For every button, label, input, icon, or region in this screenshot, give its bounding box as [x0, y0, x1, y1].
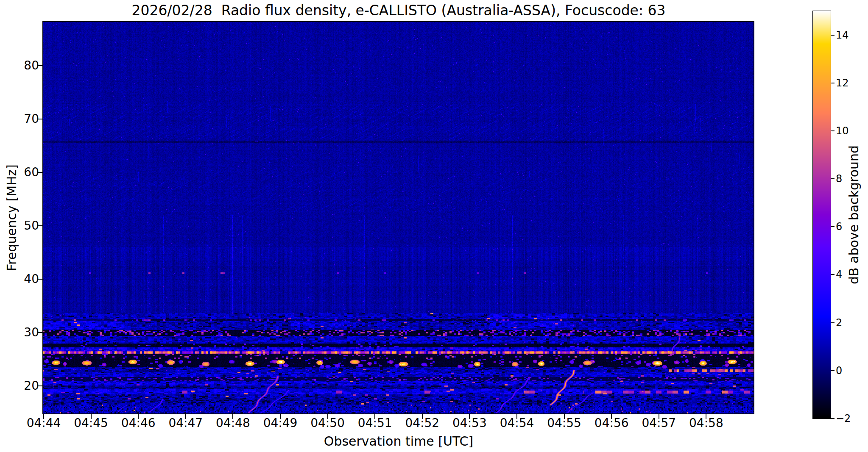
spectrogram-canvas — [43, 22, 754, 413]
x-tick-label: 04:49 — [263, 417, 298, 430]
x-tick-label: 04:50 — [310, 417, 345, 430]
colorbar-tick-label: 4 — [836, 269, 842, 280]
colorbar-label: dB above background — [846, 130, 861, 299]
colorbar-tick-label: 6 — [836, 221, 842, 232]
x-tick-label: 04:44 — [27, 417, 61, 430]
colorbar-tick-label: 2 — [836, 317, 842, 328]
y-tick-label: 80 — [0, 59, 39, 72]
colorbar-tick-label: 12 — [836, 78, 849, 89]
colorbar-tick-mark — [831, 322, 835, 323]
x-axis-label: Observation time [UTC] — [0, 434, 797, 449]
colorbar-tick-mark — [831, 226, 835, 227]
colorbar-tick-mark — [831, 418, 835, 419]
y-tick-label: 60 — [0, 166, 39, 179]
y-tick-label: 50 — [0, 219, 39, 232]
y-tick-label: 70 — [0, 113, 39, 125]
colorbar-tick-label: 14 — [836, 30, 849, 41]
x-tick-label: 04:45 — [74, 417, 108, 430]
colorbar-tick-mark — [831, 178, 835, 179]
y-tick-label: 30 — [0, 326, 39, 339]
colorbar-tick-mark — [831, 83, 835, 83]
y-tick-label: 20 — [0, 380, 39, 392]
colorbar-tick-mark — [831, 130, 835, 131]
colorbar-tick-label: −2 — [836, 413, 851, 424]
x-tick-label: 04:53 — [452, 417, 487, 430]
x-tick-label: 04:58 — [689, 417, 723, 430]
y-tick-label: 40 — [0, 273, 39, 286]
colorbar-tick-mark — [831, 35, 835, 36]
x-tick-label: 04:48 — [216, 417, 250, 430]
x-tick-label: 04:51 — [358, 417, 392, 430]
x-tick-label: 04:52 — [405, 417, 439, 430]
chart-title: 2026/02/28 Radio flux density, e-CALLIST… — [0, 3, 797, 19]
colorbar-tick-label: 8 — [836, 173, 842, 184]
x-tick-label: 04:57 — [642, 417, 676, 430]
x-tick-label: 04:54 — [500, 417, 534, 430]
colorbar-tick-label: 10 — [836, 125, 849, 136]
colorbar-tick-mark — [831, 370, 835, 371]
colorbar-tick-label: 0 — [836, 365, 842, 376]
callisto-spectrogram-figure: 2026/02/28 Radio flux density, e-CALLIST… — [0, 0, 868, 452]
colorbar-tick-mark — [831, 274, 835, 275]
colorbar-canvas — [813, 11, 831, 419]
x-tick-label: 04:46 — [121, 417, 156, 430]
x-tick-label: 04:55 — [547, 417, 581, 430]
x-tick-label: 04:56 — [594, 417, 629, 430]
x-tick-label: 04:47 — [168, 417, 203, 430]
